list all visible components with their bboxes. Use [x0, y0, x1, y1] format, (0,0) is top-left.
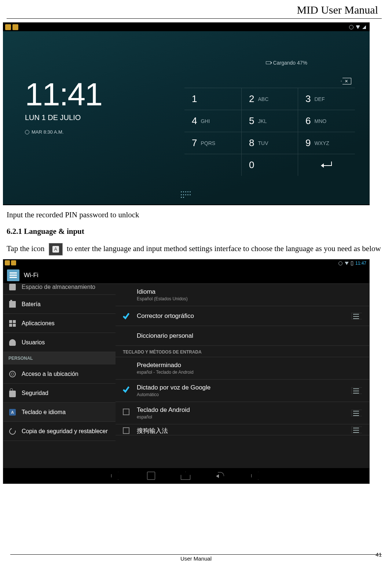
volume-up-icon[interactable]: [251, 472, 261, 480]
setting-dictionary[interactable]: Diccionario personal: [116, 326, 369, 346]
signal-icon: [362, 25, 366, 29]
recent-apps-icon[interactable]: [147, 472, 155, 480]
backspace-icon[interactable]: ✕: [341, 78, 351, 84]
battery-icon: [266, 61, 271, 64]
pin-key-8[interactable]: 8TUV: [241, 132, 298, 154]
pin-pad: ✕ 12ABC3DEF4GHI5JKL6MNO7PQRS8TUV9WXYZ0: [184, 75, 355, 176]
screenshot-lockscreen: Cargando 47% 11:41 LUN 1 DE JULIO MAR 8:…: [3, 22, 370, 205]
setting-language[interactable]: IdiomaEspañol (Estados Unidos): [116, 284, 369, 306]
settings-sidebar: Espacio de almacenamiento BateríaAplicac…: [3, 284, 116, 469]
lockscreen-alarm: MAR 8:30 A.M.: [25, 129, 102, 135]
charging-text: Cargando 47%: [273, 60, 307, 66]
caption-text: Input the recorded PIN password to unloc…: [7, 210, 382, 220]
alarm-icon: [338, 261, 342, 265]
sidebar-item[interactable]: Aplicaciones: [3, 314, 116, 333]
settings-content: IdiomaEspañol (Estados Unidos) Corrector…: [116, 284, 369, 469]
sidebar-item[interactable]: Copia de seguridad y restablecer: [3, 422, 116, 441]
wifi-icon: [345, 262, 349, 265]
pin-key-1[interactable]: 1: [184, 88, 241, 110]
settings-icon[interactable]: [7, 269, 19, 281]
loading-indicator: [181, 191, 192, 199]
page-footer: User Manual 41: [10, 554, 382, 562]
sliders-icon[interactable]: [351, 410, 362, 416]
alarm-icon: [25, 130, 29, 134]
pin-key-5[interactable]: 5JKL: [241, 110, 298, 132]
sliders-icon[interactable]: [351, 387, 362, 394]
wifi-icon: [356, 25, 360, 29]
battery-icon: [351, 261, 353, 265]
navigation-bar: [3, 468, 369, 483]
paragraph: Tap the icon to enter the language and i…: [7, 243, 382, 255]
pin-key-0[interactable]: 0: [241, 154, 298, 176]
charging-indicator: Cargando 47%: [266, 60, 307, 66]
status-bar: [3, 23, 370, 31]
sidebar-item[interactable]: Usuarios: [3, 333, 116, 352]
page-number: 41: [375, 551, 382, 558]
setting-spellcheck[interactable]: Corrector ortográfico: [116, 306, 369, 326]
lockscreen-time: 11:41: [25, 78, 102, 110]
sidebar-item-storage[interactable]: Espacio de almacenamiento: [3, 284, 116, 295]
language-icon: A: [9, 409, 16, 416]
lock-icon: [9, 391, 16, 397]
app-bar: Wi-Fi: [3, 267, 369, 284]
sliders-icon[interactable]: [351, 313, 362, 319]
lockscreen-date: LUN 1 DE JULIO: [25, 113, 102, 122]
alarm-icon: [349, 25, 353, 29]
pin-key-9[interactable]: 9WXYZ: [298, 132, 355, 154]
checkbox-icon[interactable]: [123, 409, 129, 415]
footer-label: User Manual: [180, 555, 212, 562]
pin-key-7[interactable]: 7PQRS: [184, 132, 241, 154]
battery-icon: [9, 301, 16, 308]
language-settings-icon: [49, 243, 63, 255]
appbar-title: Wi-Fi: [24, 272, 39, 279]
backup-icon: [8, 427, 17, 436]
horizontal-rule: [7, 18, 382, 19]
sidebar-header: PERSONAL: [3, 352, 116, 365]
status-bar: 11:47: [3, 260, 369, 267]
checkbox-icon[interactable]: [123, 386, 129, 393]
setting-google-voice[interactable]: Dictado por voz de GoogleAutomático: [116, 380, 369, 402]
user-icon: [9, 339, 16, 346]
pin-key-3[interactable]: 3DEF: [298, 88, 355, 110]
pin-key-blank: [184, 154, 241, 176]
checkbox-icon[interactable]: [123, 427, 129, 434]
pin-key-enter[interactable]: [298, 154, 355, 176]
pin-input-field[interactable]: ✕: [184, 75, 355, 88]
location-icon: [9, 371, 16, 377]
setting-sogou[interactable]: 搜狗输入法: [116, 424, 369, 435]
checkbox-icon[interactable]: [123, 313, 129, 319]
storage-icon: [9, 284, 16, 290]
sidebar-item[interactable]: Seguridad: [3, 384, 116, 403]
sidebar-item[interactable]: Acceso a la ubicación: [3, 365, 116, 384]
pin-key-2[interactable]: 2ABC: [241, 88, 298, 110]
content-header: TECLADO Y MÉTODOS DE ENTRADA: [116, 346, 369, 357]
back-icon[interactable]: [216, 472, 226, 479]
pin-key-6[interactable]: 6MNO: [298, 110, 355, 132]
volume-down-icon[interactable]: [111, 472, 121, 480]
setting-default-keyboard[interactable]: Predeterminadoespañol - Teclado de Andro…: [116, 357, 369, 380]
document-title: MID User Manual: [7, 4, 382, 16]
screenshot-settings: 11:47 Wi-Fi Espacio de almacenamiento Ba…: [3, 259, 370, 484]
sidebar-item[interactable]: Batería: [3, 295, 116, 314]
sliders-icon[interactable]: [351, 427, 362, 433]
setting-android-keyboard[interactable]: Teclado de Androidespañol: [116, 402, 369, 424]
apps-icon: [9, 320, 16, 327]
status-time: 11:47: [355, 261, 366, 266]
section-heading: 6.2.1 Language & input: [7, 227, 382, 236]
pin-key-4[interactable]: 4GHI: [184, 110, 241, 132]
home-icon[interactable]: [181, 472, 190, 480]
sidebar-item[interactable]: ATeclado e idioma: [3, 403, 116, 422]
